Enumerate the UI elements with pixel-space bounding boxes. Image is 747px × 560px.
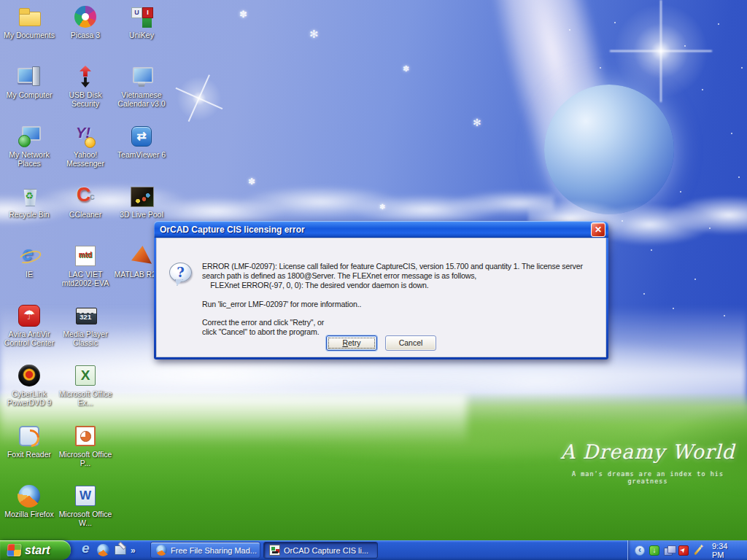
my-documents-folder-icon [17,4,42,29]
taskbar-button-orcad[interactable]: OrCAD Capture CIS li... [263,542,378,559]
wallpaper-title: A Dreamy World [560,440,735,463]
error-line: FLEXnet ERROR(-97, 0, 0): The desired ve… [202,281,600,290]
desktop-icon-my-network-places[interactable]: My Network Places [1,124,57,168]
dialog-body: ERROR (LMF-02097): License call failed f… [156,238,606,357]
error-line: ERROR (LMF-02097): License call failed f… [202,262,600,271]
starburst-flake [172,71,226,125]
taskbar-button-label: OrCAD Capture CIS li... [284,546,368,555]
desktop-icon-media-player-classic[interactable]: Media Player Classic [58,303,113,347]
error-line [202,290,600,300]
orcad-icon [269,545,280,556]
quick-launch-overflow-chevron-icon[interactable]: » [131,545,136,556]
cancel-button[interactable]: Cancel [385,335,436,351]
recycle-bin-icon [17,184,42,209]
picasa-pinwheel-icon [73,4,98,29]
remote-cursor-icon[interactable] [678,545,689,556]
my-network-places-icon [17,124,42,149]
desktop-icon-yahoo-messenger[interactable]: Yahoo! Messenger [58,124,113,168]
display-settings-icon[interactable] [663,545,675,556]
desktop-icon-avira[interactable]: Avira AntiVir Control Center [1,303,57,347]
firefox-icon [156,545,167,556]
desktop-icon-firefox[interactable]: Mozilla Firefox [1,483,57,518]
error-line: search path is defined as 1800@Server. T… [202,271,600,281]
desktop-icon-lac-viet[interactable]: LAC VIET mtd2002-EVA [58,244,113,287]
desktop-icon-usb-disk-security[interactable]: USB Disk Security [58,64,113,108]
error-line [202,309,600,319]
hide-icons-chevron-icon[interactable] [634,545,646,556]
snowflake-icon: ✽ [239,9,247,20]
firefox-icon [17,483,42,508]
excel-icon [73,363,98,388]
desktop-icon-recycle-bin[interactable]: Recycle Bin [1,184,57,219]
powerpoint-icon [73,424,98,448]
my-computer-icon [17,64,42,89]
desktop-icon-my-documents[interactable]: My Documents [1,4,57,39]
foxit-reader-icon [17,424,42,448]
quick-launch-show-desktop-icon[interactable] [114,544,126,556]
desktop-icon-vietnamese-calendar[interactable]: Vietnamese Calendar v3.0 [114,64,169,108]
usb-disk-security-arrows-icon [73,64,98,89]
unikey-icon [129,4,154,29]
retry-button[interactable]: Retry [326,335,377,351]
taskbar-button-free-file-sharing[interactable]: Free File Sharing Mad... [150,542,260,559]
desktop-icon-excel[interactable]: Microsoft Office Ex... [58,363,113,407]
snowflake-icon: ✽ [403,64,409,74]
word-icon [73,483,98,508]
desktop-icon-my-computer[interactable]: My Computer [1,64,57,99]
vietnamese-calendar-monitor-icon [129,64,154,89]
desktop-icon-word[interactable]: Microsoft Office W... [58,483,113,527]
snowflake-icon: ✻ [309,28,319,41]
star-field [0,0,1,1]
internet-explorer-icon [17,244,42,268]
error-message: ERROR (LMF-02097): License call failed f… [202,262,600,337]
media-player-classic-icon [73,303,98,328]
quick-launch-internet-explorer-icon[interactable] [80,544,93,556]
desktop-icon-ccleaner[interactable]: CCleaner [58,184,113,219]
yahoo-messenger-icon [73,124,98,149]
wallpaper-subtitle: A man's dreams are an index to his great… [551,470,744,485]
taskbar: start » Free File Sharing Mad... OrCAD C… [0,540,747,560]
desktop-icon-teamviewer[interactable]: TeamViewer 6 [114,124,169,159]
ccleaner-icon [73,184,98,209]
system-tray: 9:34 PM [627,540,747,560]
question-bubble-icon [169,262,192,282]
desktop-icon-3d-live-pool[interactable]: 3D Live Pool [114,184,169,219]
3d-live-pool-icon [129,184,154,209]
tray-clock[interactable]: 9:34 PM [712,542,747,559]
windows-logo-icon [7,544,21,556]
error-line: Correct the error and click "Retry", or [202,318,600,327]
dialog-titlebar[interactable]: OrCAD Capture CIS licensing error [154,221,608,238]
idm-downloader-icon[interactable] [649,545,660,556]
orcad-license-error-dialog: OrCAD Capture CIS licensing error ERROR … [154,221,608,359]
magic-wand-icon[interactable] [692,545,704,556]
quick-launch-firefox-icon[interactable] [97,544,109,556]
desktop-icon-powerpoint[interactable]: Microsoft Office P... [58,424,113,467]
powerdvd-icon [17,363,42,388]
snowflake-icon: ✻ [473,117,481,128]
matlab-icon [129,244,154,268]
dialog-title: OrCAD Capture CIS licensing error [160,225,591,235]
desktop-screen: ✽ ✻ ✽ ✻ ✽ ✻ ✽ A Dreamy World A man's dre… [0,0,747,560]
quick-launch-bar: » [76,540,149,560]
taskbar-button-label: Free File Sharing Mad... [171,546,257,555]
desktop-icon-ie[interactable]: IE [1,244,57,279]
teamviewer-icon [129,124,154,149]
desktop-icon-picasa[interactable]: Picasa 3 [58,4,113,39]
start-label: start [25,544,50,557]
desktop-icon-unikey[interactable]: UniKey [114,4,169,39]
error-line: Run 'lic_error LMF-02097' for more infor… [202,300,600,309]
desktop-icon-foxit-reader[interactable]: Foxit Reader [1,424,57,459]
close-button[interactable] [591,222,605,237]
start-button[interactable]: start [0,540,71,560]
lac-viet-dictionary-icon [73,244,98,268]
desktop-icon-powerdvd[interactable]: CyberLink PowerDVD 9 [1,363,57,407]
avira-umbrella-icon [17,303,42,328]
